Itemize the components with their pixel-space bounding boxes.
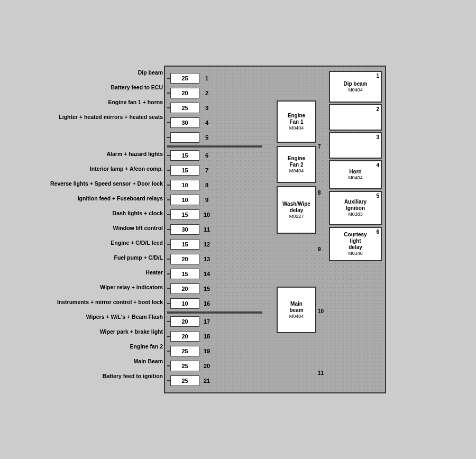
right-num-3: 3 — [376, 134, 379, 141]
courtesy-box: Courtesylightdelay M0346 6 — [329, 227, 382, 261]
fuse-row-12: 15 12 — [167, 237, 262, 252]
fuse-8-box: 10 — [170, 180, 199, 190]
fuse-row-8: 10 8 — [167, 178, 262, 192]
page-container: Dip beam Battery feed to ECU Engine fan … — [11, 55, 465, 404]
fuse-12-box: 15 — [170, 239, 199, 250]
label-battery-ign: Battery feed to ignition — [103, 369, 163, 384]
fuse-row-7: 15 7 — [167, 163, 262, 178]
right-num-4: 4 — [376, 162, 379, 169]
fuse-row-17: 20 17 — [167, 314, 262, 329]
fuse-row-4: 30 4 — [167, 115, 262, 130]
fuse-9-num: 9 — [201, 197, 213, 203]
label-wiper-relay: Wiper relay + indicators — [100, 280, 163, 295]
component-boxes-col: EngineFan 1 M0404 EngineFan 2 M0404 Wash… — [277, 71, 316, 388]
fuse-4-box: 30 — [170, 117, 199, 128]
fuse-10-num: 10 — [201, 212, 213, 218]
labels-column: Dip beam Battery feed to ECU Engine fan … — [16, 66, 164, 384]
fuse-row-10: 15 10 — [167, 207, 262, 222]
engine-fan1-code: M0404 — [289, 125, 304, 131]
fuse-5-num: 5 — [201, 134, 213, 141]
fuse-13-box: 20 — [170, 254, 199, 264]
fuse-2-num: 2 — [201, 90, 213, 96]
fuse-row-2: 20 2 — [167, 86, 262, 100]
fuse-row-16: 10 16 — [167, 296, 262, 311]
right-num-5: 5 — [376, 193, 379, 199]
fuse-14-box: 15 — [170, 269, 199, 279]
blank-box-2: 2 — [329, 104, 382, 131]
fuse-row-18: 20 18 — [167, 329, 262, 344]
blank-area-mid — [277, 237, 316, 283]
fuse-11-box: 30 — [170, 224, 199, 235]
fuse-7-box: 15 — [170, 165, 199, 176]
fuse-21-num: 21 — [201, 378, 213, 384]
fuse-11-num: 11 — [201, 226, 213, 233]
fuse-1-box: 25 — [170, 73, 199, 84]
fuse-3-box: 25 — [170, 103, 199, 113]
fuse-2-box: 20 — [170, 88, 199, 98]
fuse-15-box: 20 — [170, 283, 199, 294]
engine-fan2-box: EngineFan 2 M0404 — [277, 146, 316, 183]
wash-wipe-label: Wash/Wipedelay — [282, 201, 310, 214]
fuse-row-3: 25 3 — [167, 100, 262, 115]
aux-ign-box: AuxiliaryIgnition M0383 5 — [329, 191, 382, 225]
right-num-1: 1 — [376, 73, 379, 79]
fuse-18-num: 18 — [201, 333, 213, 339]
label-window: Window lift control — [113, 221, 163, 236]
num-8: 8 — [318, 174, 327, 196]
label-wipers: Wipers + W/L's + Beam Flash — [86, 310, 163, 325]
fuse-row-1: 25 1 — [167, 71, 262, 86]
main-beam-code: M0404 — [289, 314, 304, 319]
fuse-row-11: 30 11 — [167, 222, 262, 237]
label-dip-beam: Dip beam — [138, 66, 163, 80]
engine-fan1-box: EngineFan 1 M0404 — [277, 100, 316, 143]
engine-fan2-label: EngineFan 2 — [288, 155, 305, 168]
num-9: 9 — [318, 220, 327, 252]
divider-1 — [167, 145, 262, 148]
fuse-row-6: 15 6 — [167, 148, 262, 163]
label-engine-fan-horns: Engine fan 1 + horns — [108, 95, 163, 110]
fuse-19-box: 25 — [170, 346, 199, 356]
fuse-3-num: 3 — [201, 105, 213, 111]
fuse-row-9: 10 9 — [167, 192, 262, 207]
fuse-16-num: 16 — [201, 300, 213, 307]
fuse-17-num: 17 — [201, 318, 213, 325]
fuse-5-box — [170, 132, 199, 143]
label-lighter: Lighter + heated mirrors + heated seats — [59, 110, 163, 125]
label-ignition: Ignition feed + Fuseboard relays — [78, 191, 163, 206]
fuse-9-box: 10 — [170, 195, 199, 205]
fuse-1-num: 1 — [201, 75, 213, 81]
dip-beam-right-box: Dip beam M0404 1 — [329, 71, 382, 103]
fuse-7-num: 7 — [201, 167, 213, 173]
fuse-row-20: 25 20 — [167, 359, 262, 373]
dip-beam-right-label: Dip beam — [343, 81, 367, 87]
blank-box-3: 3 — [329, 132, 382, 159]
courtesy-label: Courtesylightdelay — [344, 232, 367, 251]
fuse-6-num: 6 — [201, 152, 213, 159]
num-11: 11 — [318, 338, 327, 376]
fuse-17-box: 20 — [170, 316, 199, 327]
fuse-13-num: 13 — [201, 256, 213, 262]
fuse-10-box: 15 — [170, 209, 199, 220]
label-battery-ecu: Battery feed to ECU — [111, 80, 163, 95]
middle-numbers: 7 8 9 10 11 — [318, 71, 327, 388]
label-heater: Heater — [145, 265, 163, 280]
main-beam-label: Mainbeam — [289, 301, 303, 314]
fuse-15-num: 15 — [201, 286, 213, 292]
engine-fan1-label: EngineFan 1 — [288, 113, 305, 125]
wash-wipe-code: M0227 — [289, 214, 304, 219]
fuse-row-13: 20 13 — [167, 252, 262, 267]
label-wiper-park: Wiper park + brake light — [100, 325, 163, 339]
label-main-beam: Main Beam — [134, 354, 163, 369]
num-7: 7 — [318, 94, 327, 150]
fuse-6-box: 15 — [170, 150, 199, 161]
fuse-20-box: 25 — [170, 361, 199, 371]
fuse-row-5: 5 — [167, 130, 262, 145]
engine-fan2-code: M0404 — [289, 168, 304, 174]
label-engine-fan2: Engine fan 2 — [130, 339, 163, 354]
fuse-8-num: 8 — [201, 182, 213, 188]
horn-box: Horn M0404 4 — [329, 160, 382, 189]
fuse-16-box: 10 — [170, 298, 199, 309]
label-instruments: Instruments + mirror control + boot lock — [57, 295, 163, 310]
fuse-4-num: 4 — [201, 120, 213, 126]
label-alarm: Alarm + hazard lights — [107, 147, 163, 162]
